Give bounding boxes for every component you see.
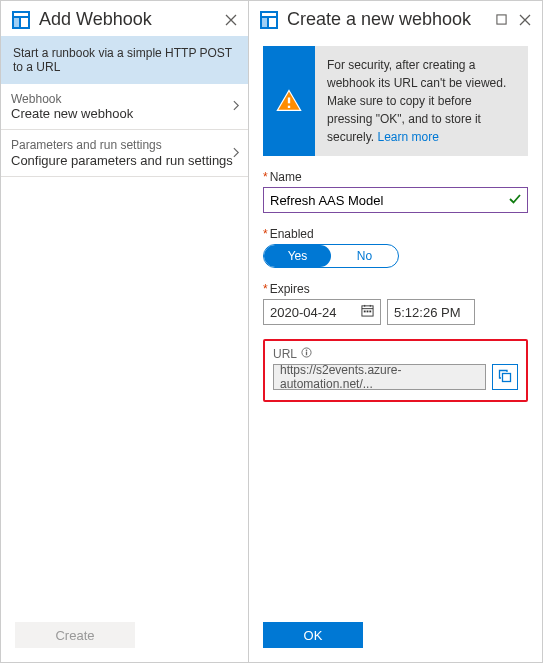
toggle-no[interactable]: No [331, 245, 398, 267]
svg-rect-2 [14, 18, 19, 27]
menu-value: Create new webhook [11, 106, 233, 121]
toggle-yes[interactable]: Yes [264, 245, 331, 267]
check-icon [509, 193, 521, 208]
field-name: *Name [263, 170, 528, 213]
left-header-controls [224, 13, 238, 27]
info-banner: Start a runbook via a simple HTTP POST t… [1, 36, 248, 84]
create-button[interactable]: Create [15, 622, 135, 648]
svg-rect-1 [14, 13, 28, 16]
url-value: https://s2events.azure-automation.net/..… [280, 364, 479, 390]
blade-icon [259, 10, 279, 30]
dialog-container: Add Webhook Start a runbook via a simple… [0, 0, 543, 663]
field-enabled: *Enabled Yes No [263, 227, 528, 268]
learn-more-link[interactable]: Learn more [377, 130, 438, 144]
name-input[interactable] [270, 193, 509, 208]
menu-item-parameters[interactable]: Parameters and run settings Configure pa… [1, 130, 248, 176]
info-icon[interactable] [301, 347, 312, 361]
svg-rect-15 [364, 311, 366, 313]
copy-button[interactable] [492, 364, 518, 390]
url-label: URL [273, 347, 297, 361]
svg-rect-17 [369, 311, 371, 313]
expires-label: *Expires [263, 282, 528, 296]
enabled-toggle[interactable]: Yes No [263, 244, 399, 268]
enabled-label: *Enabled [263, 227, 528, 241]
menu-label: Webhook [11, 92, 233, 106]
menu-value: Configure parameters and run settings [11, 153, 233, 168]
left-title: Add Webhook [39, 9, 224, 30]
svg-rect-21 [503, 373, 511, 381]
svg-rect-5 [262, 13, 276, 16]
name-label: *Name [263, 170, 528, 184]
expires-time-input[interactable]: 5:12:26 PM [387, 299, 475, 325]
svg-rect-20 [306, 352, 307, 356]
expires-time-value: 5:12:26 PM [394, 305, 461, 320]
right-header: Create a new webhook [249, 1, 542, 36]
expires-date-input[interactable]: 2020-04-24 [263, 299, 381, 325]
field-expires: *Expires 2020-04-24 5:12:26 PM [263, 282, 528, 325]
svg-rect-16 [367, 311, 369, 313]
svg-rect-6 [262, 18, 267, 27]
right-footer: OK [249, 612, 542, 662]
blade-icon [11, 10, 31, 30]
right-body: For security, after creating a webhook i… [249, 36, 542, 612]
right-title: Create a new webhook [287, 9, 494, 30]
svg-rect-7 [269, 18, 276, 27]
warning-icon [263, 46, 315, 156]
expires-date-value: 2020-04-24 [270, 305, 337, 320]
ok-button[interactable]: OK [263, 622, 363, 648]
chevron-right-icon [233, 99, 240, 114]
left-header: Add Webhook [1, 1, 248, 36]
security-notice: For security, after creating a webhook i… [263, 46, 528, 156]
left-footer: Create [1, 612, 248, 662]
svg-rect-10 [288, 106, 290, 108]
notice-text: For security, after creating a webhook i… [315, 46, 528, 156]
url-value-box[interactable]: https://s2events.azure-automation.net/..… [273, 364, 486, 390]
calendar-icon [361, 304, 374, 320]
add-webhook-pane: Add Webhook Start a runbook via a simple… [1, 1, 249, 662]
menu-label: Parameters and run settings [11, 138, 233, 152]
menu-item-webhook[interactable]: Webhook Create new webhook [1, 84, 248, 130]
close-icon[interactable] [518, 13, 532, 27]
close-icon[interactable] [224, 13, 238, 27]
chevron-right-icon [233, 146, 240, 161]
svg-point-19 [306, 349, 308, 351]
url-group: URL https://s2events.azure-automation.ne… [263, 339, 528, 402]
maximize-icon[interactable] [494, 13, 508, 27]
svg-rect-8 [496, 15, 505, 24]
copy-icon [498, 369, 512, 386]
svg-rect-3 [21, 18, 28, 27]
right-header-controls [494, 13, 532, 27]
svg-rect-9 [288, 98, 290, 104]
create-webhook-pane: Create a new webhook For security, after… [249, 1, 542, 662]
name-input-wrap[interactable] [263, 187, 528, 213]
